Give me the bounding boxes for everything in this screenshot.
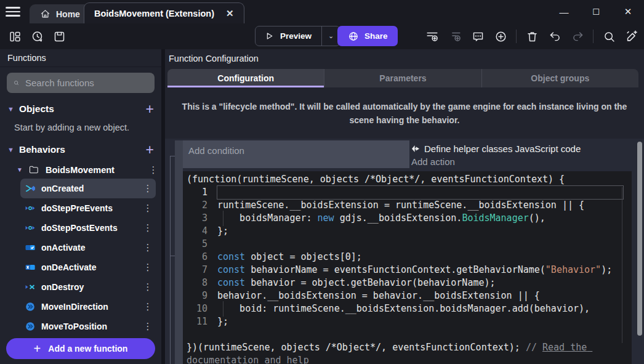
panel-title: Function Configuration bbox=[165, 49, 644, 68]
code-line[interactable]: 2runtimeScene.__boidsExtension = runtime… bbox=[183, 199, 632, 212]
lifecycle-description: This is a "lifecycle method". It will be… bbox=[165, 100, 644, 127]
code-line[interactable]: 6const object = objects[0]; bbox=[183, 251, 632, 264]
kebab-menu-icon[interactable]: ⋮ bbox=[140, 301, 156, 312]
add-new-function-button[interactable]: + Add a new function bbox=[6, 338, 155, 359]
action-function-icon bbox=[25, 322, 35, 331]
function-item-movetoposition[interactable]: MoveToPosition ⋮ bbox=[20, 317, 156, 336]
add-comment-icon[interactable] bbox=[470, 29, 485, 44]
event-drag-handle[interactable] bbox=[175, 140, 183, 364]
line-number: 7 bbox=[183, 264, 207, 277]
oncreated-icon bbox=[25, 184, 35, 193]
step-events-icon bbox=[25, 203, 35, 213]
deactivate-icon bbox=[25, 262, 35, 272]
behavior-folder-row[interactable]: ▼ BoidsMovement ⋮ bbox=[0, 161, 161, 179]
kebab-menu-icon[interactable]: ⋮ bbox=[140, 262, 156, 273]
add-subevent-icon[interactable] bbox=[448, 29, 462, 44]
kebab-menu-icon[interactable]: ⋮ bbox=[140, 203, 156, 214]
js-code-event-title[interactable]: Define helper classes JavaScript code bbox=[411, 140, 632, 154]
conditions-column[interactable]: Add condition bbox=[183, 140, 409, 168]
line-number: 1 bbox=[183, 186, 207, 199]
code-line[interactable]: 7const behaviorName = eventsFunctionCont… bbox=[183, 264, 632, 277]
search-icon[interactable] bbox=[602, 29, 616, 44]
undo-icon[interactable] bbox=[547, 29, 562, 44]
vertical-scrollbar[interactable] bbox=[637, 142, 642, 336]
js-code-editor[interactable]: (function(runtimeScene, objects /*Object… bbox=[183, 171, 632, 364]
code-footer-line: })(runtimeScene, objects /*Object*/, eve… bbox=[183, 341, 632, 364]
line-number: 11 bbox=[183, 315, 207, 328]
add-action-button[interactable]: Add action bbox=[411, 156, 632, 167]
search-icon bbox=[14, 78, 19, 88]
kebab-menu-icon[interactable]: ⋮ bbox=[140, 242, 156, 253]
add-circle-icon[interactable] bbox=[493, 29, 508, 44]
code-line[interactable]: 4}; bbox=[183, 225, 632, 238]
plus-icon: + bbox=[34, 342, 41, 356]
function-item-oncreated[interactable]: onCreated ⋮ bbox=[20, 179, 156, 198]
collapse-caret-icon[interactable]: ▼ bbox=[17, 166, 23, 173]
behaviors-section-header: ▼ Behaviors + bbox=[0, 139, 161, 161]
delete-icon[interactable] bbox=[525, 29, 539, 44]
home-icon bbox=[39, 9, 50, 20]
kebab-menu-icon[interactable]: ⋮ bbox=[140, 281, 156, 293]
code-line[interactable]: 10 boid: runtimeScene.__boidsExtension.b… bbox=[183, 302, 632, 315]
line-number: 9 bbox=[183, 289, 207, 302]
kebab-menu-icon[interactable]: ⋮ bbox=[140, 222, 156, 233]
add-event-icon[interactable] bbox=[425, 29, 440, 44]
code-line[interactable]: 8const behavior = object.getBehavior(beh… bbox=[183, 277, 632, 289]
kebab-menu-icon[interactable]: ⋮ bbox=[145, 164, 161, 176]
function-item-ondestroy[interactable]: onDestroy ⋮ bbox=[20, 277, 156, 297]
code-line[interactable]: 5 bbox=[183, 238, 632, 251]
tab-parameters[interactable]: Parameters bbox=[324, 69, 481, 87]
minimize-button[interactable]: — bbox=[548, 7, 580, 17]
ai-edit-icon[interactable] bbox=[624, 29, 639, 44]
function-item-ondeactivate[interactable]: onDeActivate ⋮ bbox=[20, 257, 156, 277]
actions-column: Define helper classes JavaScript code Ad… bbox=[411, 140, 632, 168]
editor-right-rule bbox=[622, 187, 622, 343]
main-menu-icon[interactable] bbox=[6, 7, 20, 17]
save-icon[interactable] bbox=[52, 29, 66, 44]
tab-configuration[interactable]: Configuration bbox=[167, 69, 324, 87]
collapse-caret-icon[interactable]: ▼ bbox=[7, 105, 14, 113]
tab-object-groups[interactable]: Object groups bbox=[482, 69, 638, 87]
share-button[interactable]: Share bbox=[337, 26, 398, 46]
events-sheet: Add condition Define helper classes Java… bbox=[165, 139, 644, 364]
search-functions-input[interactable] bbox=[25, 78, 148, 88]
objects-section-label: Objects bbox=[19, 103, 140, 115]
function-item-dosteppostevents[interactable]: doStepPostEvents ⋮ bbox=[20, 218, 156, 238]
code-lines[interactable]: 12runtimeScene.__boidsExtension = runtim… bbox=[183, 186, 632, 328]
function-item-dosteppreevents[interactable]: doStepPreEvents ⋮ bbox=[20, 198, 156, 218]
add-behavior-button[interactable]: + bbox=[146, 144, 154, 156]
kebab-menu-icon[interactable]: ⋮ bbox=[140, 183, 156, 194]
history-icon[interactable] bbox=[30, 29, 44, 44]
search-functions-box[interactable] bbox=[7, 73, 155, 93]
tab-boidsmovement[interactable]: BoidsMovement (Extension) ✕ bbox=[84, 2, 244, 23]
js-code-event-icon bbox=[411, 145, 421, 153]
toolbar: Preview ⌄ Share bbox=[0, 23, 644, 49]
tab-home[interactable]: Home bbox=[30, 4, 90, 23]
configuration-tabbar: Configuration Parameters Object groups bbox=[167, 69, 638, 87]
gdevelop-window: Home BoidsMovement (Extension) ✕ — ☐ ✕ bbox=[0, 0, 644, 364]
project-manager-icon[interactable] bbox=[7, 29, 22, 44]
behaviors-section-label: Behaviors bbox=[19, 144, 140, 155]
function-item-onactivate[interactable]: onActivate ⋮ bbox=[20, 238, 156, 257]
maximize-button[interactable]: ☐ bbox=[580, 7, 612, 17]
function-item-moveindirection[interactable]: MoveInDirection ⋮ bbox=[20, 297, 156, 317]
close-button[interactable]: ✕ bbox=[612, 6, 644, 17]
code-line[interactable]: 3 boidsManager: new gdjs.__boidsExtensio… bbox=[183, 212, 632, 225]
window-controls: — ☐ ✕ bbox=[548, 0, 644, 23]
add-condition-button[interactable]: Add condition bbox=[183, 140, 409, 156]
code-line[interactable]: 1 bbox=[183, 186, 632, 199]
function-configuration-panel: Function Configuration Configuration Par… bbox=[165, 49, 644, 364]
step-events-icon bbox=[25, 223, 35, 233]
add-object-button[interactable]: + bbox=[146, 103, 154, 115]
collapse-caret-icon[interactable]: ▼ bbox=[7, 146, 14, 153]
code-footer-text: })(runtimeScene, objects /*Object*/, eve… bbox=[187, 342, 526, 353]
line-number: 8 bbox=[183, 277, 207, 289]
redo-icon[interactable] bbox=[570, 29, 585, 44]
code-line[interactable]: 9behavior.__boidsExtension = behavior.__… bbox=[183, 289, 632, 302]
code-line[interactable]: 11}; bbox=[183, 315, 632, 328]
functions-sidebar: Functions ▼ Objects + Start by adding a … bbox=[0, 49, 161, 364]
preview-button[interactable]: Preview ⌄ bbox=[255, 26, 340, 46]
tab-close-icon[interactable]: ✕ bbox=[226, 8, 234, 19]
folder-icon bbox=[28, 164, 39, 175]
kebab-menu-icon[interactable]: ⋮ bbox=[140, 321, 156, 332]
